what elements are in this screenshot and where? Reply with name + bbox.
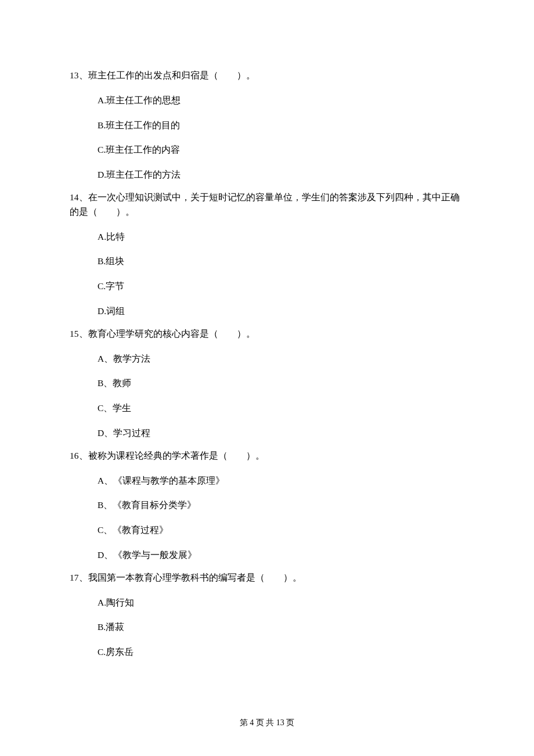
option-b: B、教师 [98,376,464,391]
option-c: C.班主任工作的内容 [98,143,464,157]
question-14: 14、在一次心理知识测试中，关于短时记忆的容量单位，学生们的答案涉及下列四种，其… [70,190,464,319]
question-options: A.比特 B.组块 C.字节 D.词组 [70,230,464,319]
question-text: 13、班主任工作的出发点和归宿是（ ）。 [70,69,464,83]
question-17: 17、我国第一本教育心理学教科书的编写者是（ ）。 A.陶行知 B.潘菽 C.房… [70,571,464,660]
option-b: B.班主任工作的目的 [98,118,464,133]
question-options: A、教学方法 B、教师 C、学生 D、学习过程 [70,352,464,441]
option-d: D.班主任工作的方法 [98,168,464,182]
option-c: C、《教育过程》 [98,523,464,538]
page-footer: 第 4 页 共 13 页 [0,718,534,728]
option-a: A、教学方法 [98,352,464,366]
option-a: A.班主任工作的思想 [98,93,464,108]
option-d: D、《教学与一般发展》 [98,548,464,563]
option-b: B.潘菽 [98,620,464,635]
option-c: C.房东岳 [98,645,464,660]
question-text: 14、在一次心理知识测试中，关于短时记忆的容量单位，学生们的答案涉及下列四种，其… [70,190,464,219]
option-c: C.字节 [98,279,464,294]
option-a: A.陶行知 [98,596,464,610]
question-options: A.陶行知 B.潘菽 C.房东岳 [70,596,464,660]
question-text: 15、教育心理学研究的核心内容是（ ）。 [70,327,464,341]
question-13: 13、班主任工作的出发点和归宿是（ ）。 A.班主任工作的思想 B.班主任工作的… [70,69,464,182]
question-options: A.班主任工作的思想 B.班主任工作的目的 C.班主任工作的内容 D.班主任工作… [70,93,464,182]
option-d: D.词组 [98,304,464,319]
option-a: A、《课程与教学的基本原理》 [98,474,464,488]
option-b: B.组块 [98,254,464,269]
option-c: C、学生 [98,401,464,416]
question-15: 15、教育心理学研究的核心内容是（ ）。 A、教学方法 B、教师 C、学生 D、… [70,327,464,441]
option-a: A.比特 [98,230,464,244]
option-d: D、学习过程 [98,426,464,441]
option-b: B、《教育目标分类学》 [98,498,464,513]
question-text: 16、被称为课程论经典的学术著作是（ ）。 [70,449,464,463]
question-options: A、《课程与教学的基本原理》 B、《教育目标分类学》 C、《教育过程》 D、《教… [70,474,464,563]
question-text: 17、我国第一本教育心理学教科书的编写者是（ ）。 [70,571,464,585]
document-page: 13、班主任工作的出发点和归宿是（ ）。 A.班主任工作的思想 B.班主任工作的… [0,0,534,660]
question-16: 16、被称为课程论经典的学术著作是（ ）。 A、《课程与教学的基本原理》 B、《… [70,449,464,563]
